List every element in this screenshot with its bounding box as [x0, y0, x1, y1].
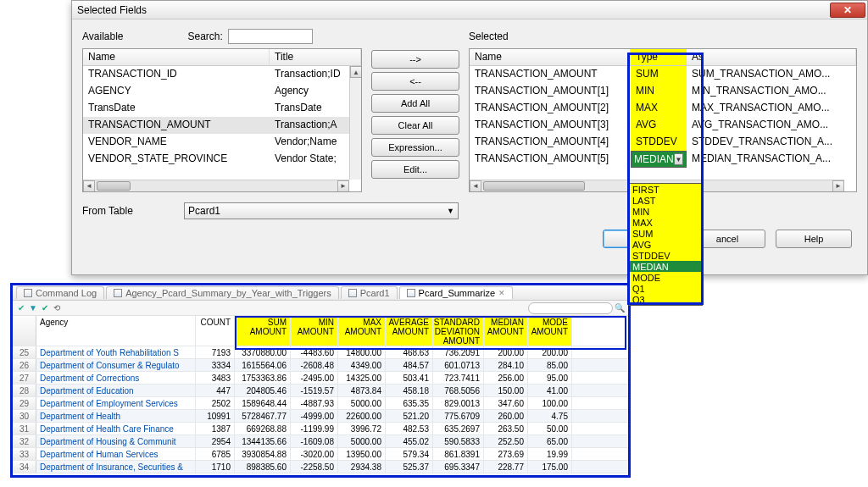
available-row[interactable]: VENDOR_NAMEVendor;Name — [83, 134, 361, 151]
available-header-name[interactable]: Name — [83, 49, 270, 65]
type-cell[interactable]: STDDEV — [631, 134, 687, 151]
table-row[interactable]: 26Department of Consumer & Regulato33341… — [13, 359, 628, 372]
chevron-down-icon[interactable]: ▼ — [674, 153, 683, 165]
scroll-thumb[interactable] — [97, 181, 131, 191]
scroll-thumb[interactable] — [483, 181, 585, 191]
dropdown-option[interactable]: LAST — [629, 195, 702, 206]
available-row[interactable]: TRANSACTION_IDTransaction;ID — [83, 66, 361, 83]
tab-close-icon[interactable]: ✕ — [498, 289, 505, 297]
cell-agency[interactable]: Department of Corrections — [36, 372, 196, 384]
dropdown-option[interactable]: Q1 — [629, 283, 702, 294]
table-row[interactable]: 33Department of Human Services6785393085… — [13, 448, 628, 461]
selected-cell-name: TRANSACTION_AMOUNT[4] — [470, 134, 631, 151]
selected-header-as[interactable]: As — [687, 49, 856, 65]
cell-agency[interactable]: Department of Human Services — [36, 448, 196, 460]
available-cell-title: Vendor State; — [270, 151, 361, 168]
selected-list[interactable]: Name Type As TRANSACTION_AMOUNTSUMSUM_TR… — [469, 48, 857, 192]
help-button[interactable]: Help — [776, 230, 852, 248]
type-cell[interactable]: AVG — [631, 117, 687, 134]
header-sum[interactable]: SUM AMOUNT — [235, 316, 291, 346]
edit-button[interactable]: Edit... — [371, 160, 459, 179]
scroll-right-icon[interactable]: ► — [337, 180, 349, 192]
scroll-left-icon[interactable]: ◄ — [83, 180, 95, 192]
type-cell-editing[interactable]: MEDIAN▼ — [631, 151, 687, 168]
header-max[interactable]: MAX AMOUNT — [338, 316, 386, 346]
selected-row[interactable]: TRANSACTION_AMOUNTSUMSUM_TRANSACTION_AMO… — [470, 66, 856, 83]
selected-header-type[interactable]: Type — [631, 49, 687, 65]
move-left-button[interactable]: <-- — [371, 72, 459, 91]
available-hscroll[interactable]: ◄ ► — [83, 180, 349, 191]
selected-header-name[interactable]: Name — [470, 49, 631, 65]
scroll-left-icon[interactable]: ◄ — [470, 180, 481, 192]
header-agency[interactable]: Agency — [36, 316, 196, 346]
check-green-icon[interactable]: ✔ — [40, 303, 50, 313]
dropdown-option[interactable]: MEDIAN — [629, 261, 702, 272]
tab[interactable]: Agency_Pcard_Summary_by_Year_with_Trigge… — [106, 286, 339, 299]
cell-agency[interactable]: Department of Health — [36, 410, 196, 422]
dropdown-option[interactable]: AVG — [629, 239, 702, 250]
header-count[interactable]: COUNT — [196, 316, 235, 346]
selected-row[interactable]: TRANSACTION_AMOUNT[4]STDDEVSTDDEV_TRANSA… — [470, 134, 856, 151]
search-input[interactable] — [228, 29, 313, 44]
header-std[interactable]: STANDARD DEVIATION AMOUNT — [433, 316, 484, 346]
expression-button[interactable]: Expression... — [371, 138, 459, 157]
table-row[interactable]: 30Department of Health109915728467.77-49… — [13, 410, 628, 423]
available-header-title[interactable]: Title — [270, 49, 361, 65]
cell-agency[interactable]: Department of Housing & Communit — [36, 435, 196, 447]
table-row[interactable]: 25Department of Youth Rehabilitation S71… — [13, 346, 628, 359]
table-row[interactable]: 31Department of Health Care Finance13876… — [13, 423, 628, 435]
cell-agency[interactable]: Department of Health Care Finance — [36, 423, 196, 434]
table-row[interactable]: 32Department of Housing & Communit295413… — [13, 435, 628, 448]
tab[interactable]: Pcard_Summarize ✕ — [399, 286, 513, 299]
available-list[interactable]: Name Title TRANSACTION_IDTransaction;IDA… — [82, 48, 362, 192]
cell-agency[interactable]: Department of Youth Rehabilitation S — [36, 346, 196, 358]
add-all-button[interactable]: Add All — [371, 94, 459, 113]
grid-search-input[interactable] — [528, 302, 613, 314]
table-row[interactable]: 28Department of Education447204805.46-15… — [13, 385, 628, 397]
table-row[interactable]: 34Department of Insurance, Securities &1… — [13, 461, 628, 473]
dropdown-option[interactable]: STDDEV — [629, 250, 702, 261]
cell-agency[interactable]: Department of Education — [36, 385, 196, 396]
header-med[interactable]: MEDIAN AMOUNT — [484, 316, 528, 346]
from-table-select[interactable]: Pcard1 ▼ — [184, 202, 459, 219]
dropdown-option[interactable]: MAX — [629, 217, 702, 228]
cell-agency[interactable]: Department of Employment Services — [36, 397, 196, 409]
type-cell[interactable]: SUM — [631, 66, 687, 83]
selected-row[interactable]: TRANSACTION_AMOUNT[2]MAXMAX_TRANSACTION_… — [470, 100, 856, 117]
selected-row[interactable]: TRANSACTION_AMOUNT[5]MEDIAN▼MEDIAN_TRANS… — [470, 151, 856, 168]
table-row[interactable]: 27Department of Corrections34831753363.8… — [13, 372, 628, 385]
tab[interactable]: Pcard1 — [341, 286, 398, 299]
header-min[interactable]: MIN AMOUNT — [291, 316, 338, 346]
dropdown-option[interactable]: MIN — [629, 206, 702, 217]
check-icon[interactable]: ✔ — [16, 303, 26, 313]
header-mode[interactable]: MODE AMOUNT — [528, 316, 572, 346]
dropdown-option[interactable]: FIRST — [629, 184, 702, 195]
tab[interactable]: Command Log — [16, 286, 104, 299]
close-button[interactable]: ✕ — [830, 3, 865, 18]
available-vscroll[interactable]: ▲ — [349, 66, 361, 180]
scroll-right-icon[interactable]: ► — [832, 180, 844, 192]
dropdown-option[interactable]: MODE — [629, 272, 702, 283]
refresh-icon[interactable]: ⟲ — [52, 303, 62, 313]
search-icon[interactable]: 🔍 — [615, 303, 625, 313]
selected-row[interactable]: TRANSACTION_AMOUNT[3]AVGAVG_TRANSACTION_… — [470, 117, 856, 134]
table-row[interactable]: 29Department of Employment Services25021… — [13, 397, 628, 410]
move-right-button[interactable]: --> — [371, 50, 459, 69]
available-row[interactable]: TRANSACTION_AMOUNTTransaction;A — [83, 117, 361, 134]
available-row[interactable]: TransDateTransDate — [83, 100, 361, 117]
cell-agency[interactable]: Department of Consumer & Regulato — [36, 359, 196, 371]
type-dropdown[interactable]: FIRSTLASTMINMAXSUMAVGSTDDEVMEDIANMODEQ1Q… — [628, 183, 703, 306]
available-row[interactable]: VENDOR_STATE_PROVINCEVendor State; — [83, 151, 361, 168]
scroll-up-icon[interactable]: ▲ — [350, 66, 362, 78]
dropdown-option[interactable]: SUM — [629, 228, 702, 239]
clear-all-button[interactable]: Clear All — [371, 116, 459, 135]
selected-row[interactable]: TRANSACTION_AMOUNT[1]MINMIN_TRANSACTION_… — [470, 83, 856, 100]
header-avg[interactable]: AVERAGE AMOUNT — [386, 316, 433, 346]
dropdown-option[interactable]: Q3 — [629, 294, 702, 305]
scroll-track[interactable] — [95, 180, 337, 192]
type-cell[interactable]: MIN — [631, 83, 687, 100]
funnel-icon[interactable]: ▼ — [28, 303, 38, 313]
type-cell[interactable]: MAX — [631, 100, 687, 117]
available-row[interactable]: AGENCYAgency — [83, 83, 361, 100]
cell-agency[interactable]: Department of Insurance, Securities & — [36, 461, 196, 473]
